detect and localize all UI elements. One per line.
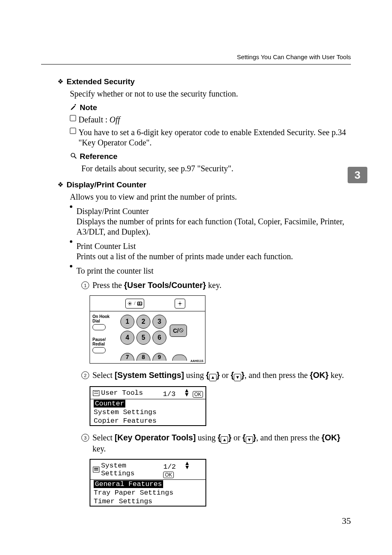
lcd-system-settings: System Settings 1/2 ▲▼ OK General Featur… — [90, 459, 206, 507]
heading-extended-security: ❖ Extended Security — [58, 77, 351, 86]
key-1: 1 — [120, 315, 134, 329]
step-number-1: 1 — [81, 281, 89, 289]
clear-key-label: C/ — [173, 327, 179, 334]
up-arrow-key-icon: ▲ — [209, 374, 217, 381]
sec2-intro: Allows you to view and print the number … — [70, 192, 351, 202]
key-9: 9 — [152, 353, 166, 361]
lcd1-pager: 1/3 — [163, 390, 176, 398]
bullet-display-print-counter: Display/Print Counter Displays the numbe… — [70, 206, 351, 237]
lcd2-row-2: Timer Settings — [90, 497, 205, 506]
bullet3-title: To print the counter list — [76, 266, 351, 276]
header-rule — [41, 64, 351, 64]
heading-display-print-counter: ❖ Display/Print Counter — [58, 180, 351, 189]
svg-rect-12 — [138, 302, 139, 303]
step3-or: or — [231, 433, 242, 442]
step3-post: key. — [92, 444, 106, 453]
reference-text: For details about security, see p.97 "Se… — [81, 164, 351, 174]
on-hook-dial-button — [92, 324, 106, 330]
pause-redial-label-b: Redial — [92, 342, 118, 347]
updown-icon: ▲▼ — [184, 388, 189, 396]
heading-text: Extended Security — [67, 77, 135, 86]
diamond-icon: ❖ — [58, 78, 63, 85]
step-number-3: 3 — [81, 434, 89, 442]
lcd-user-tools: User Tools 1/3 ▲▼ OK Counter System Sett… — [90, 386, 206, 426]
key-2: 2 — [136, 315, 150, 329]
lcd1-title: User Tools — [101, 389, 143, 397]
bullet-icon — [70, 240, 72, 243]
note-item-2: You have to set a 6-digit key operator c… — [70, 127, 351, 148]
lcd2-row-0: General Features — [94, 480, 163, 488]
step3-ok: OK — [325, 433, 337, 442]
lcd1-row-2: Copier Features — [90, 417, 205, 425]
reference-label: Reference — [80, 152, 118, 161]
svg-line-8 — [131, 304, 131, 305]
step-1: 1 Press the {User Tools/Counter} key. — [81, 280, 351, 290]
step3-mid: using — [196, 433, 217, 442]
svg-line-22 — [180, 329, 182, 332]
bullet2-body: Prints out a list of the number of print… — [76, 252, 293, 261]
updown-icon: ▲▼ — [184, 461, 189, 469]
note-item-2-text: You have to set a 6-digit key operator c… — [78, 127, 351, 148]
lcd1-row-1: System Settings — [90, 408, 205, 417]
step1-pre: Press the — [92, 281, 124, 290]
down-arrow-key-icon: ▼ — [246, 436, 253, 444]
step1-key: User Tools/Counter — [127, 281, 203, 290]
svg-rect-14 — [140, 302, 142, 303]
lcd2-row-1: Tray Paper Settings — [90, 488, 205, 497]
heading-text: Display/Print Counter — [67, 180, 146, 189]
key-7: 7 — [120, 353, 134, 361]
svg-line-7 — [129, 302, 129, 303]
step-2: 2 Select [System Settings] using {▲} or … — [81, 370, 351, 381]
step2-pre: Select — [92, 371, 115, 380]
diamond-icon: ❖ — [58, 182, 63, 188]
lcd2-pager: 1/2 — [163, 463, 176, 471]
down-arrow-key-icon: ▼ — [234, 374, 241, 381]
step2-ok: OK — [313, 371, 325, 380]
step3-then: , and then press the — [256, 433, 322, 442]
figure-caption: AAH011S — [190, 359, 203, 362]
box-bullet-icon — [70, 128, 76, 134]
step2-item: [System Settings] — [115, 371, 184, 380]
svg-line-1 — [74, 157, 76, 159]
list-icon — [93, 467, 99, 472]
pause-redial-label-a: Pause/ — [92, 338, 118, 342]
step3-item: [Key Operator Tools] — [115, 433, 196, 442]
svg-point-2 — [129, 303, 131, 304]
key-4: 4 — [120, 331, 134, 345]
bullet-icon — [70, 265, 72, 267]
key-3: 3 — [152, 315, 166, 329]
step1-post: key. — [206, 281, 221, 290]
svg-point-0 — [71, 153, 75, 157]
step-3: 3 Select [Key Operator Tools] using {▲} … — [81, 433, 351, 454]
bullet-icon — [70, 205, 72, 208]
magnifier-icon — [70, 152, 77, 161]
step2-then: , and then press the — [244, 371, 310, 380]
note-item-default: Default : Off — [70, 115, 351, 125]
running-head: Settings You Can Change with User Tools — [237, 53, 351, 60]
svg-line-9 — [129, 304, 129, 305]
bullet2-title: Print Counter List — [76, 242, 136, 251]
pause-redial-button — [92, 347, 106, 353]
step-number-2: 2 — [81, 371, 89, 379]
svg-rect-15 — [140, 304, 142, 304]
key-6: 6 — [152, 331, 166, 345]
page-number: 35 — [342, 516, 351, 526]
on-hook-dial-label: On Hook Dial — [92, 315, 118, 323]
step2-post: key. — [328, 371, 344, 380]
lcd2-title: System Settings — [101, 462, 164, 477]
reference-heading: Reference — [70, 152, 351, 161]
svg-rect-13 — [138, 304, 139, 304]
ok-icon: OK — [163, 472, 173, 478]
numeric-keypad: 1 2 3 4 5 6 7 8 9 — [120, 315, 166, 361]
box-bullet-icon — [70, 115, 76, 121]
svg-line-10 — [131, 302, 131, 303]
lcd1-row-0: Counter — [94, 400, 125, 408]
svg-point-16 — [179, 303, 181, 304]
user-tools-counter-button-icon: / — [125, 299, 144, 309]
bullet-print-counter-list: Print Counter List Prints out a list of … — [70, 241, 351, 262]
sec1-intro: Specify whether or not to use the securi… — [70, 89, 351, 99]
bullet1-body: Displays the number of prints for each f… — [76, 217, 344, 236]
note-default-prefix: Default : — [78, 115, 110, 124]
stop-icon — [179, 327, 184, 334]
bullet1-title: Display/Print Counter — [76, 207, 149, 216]
